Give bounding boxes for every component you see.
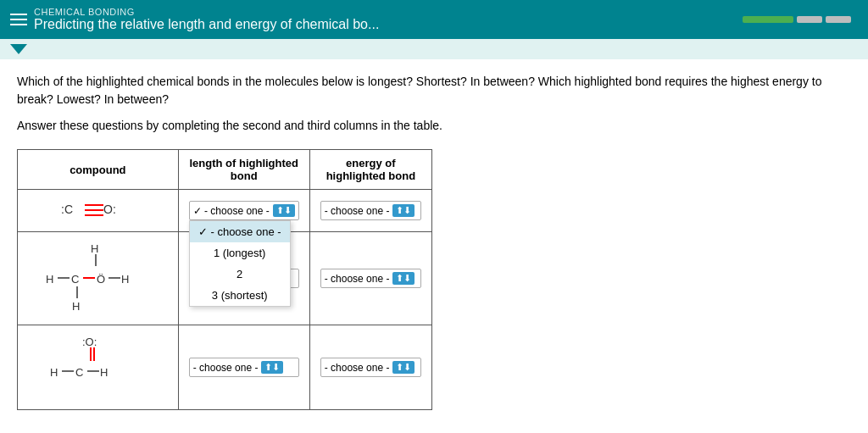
header-title: Predicting the relative length and energ… (34, 17, 858, 32)
progress-segment-3 (826, 16, 851, 23)
svg-text::O:: :O: (82, 336, 97, 348)
length-co2-dropdown-menu: ✓ - choose one - 1 (longest) 2 3 (shorte… (189, 220, 291, 307)
progress-segment-1 (743, 16, 793, 23)
hamburger-menu[interactable] (10, 14, 27, 25)
length-co2-cell: ✓ - choose one - ⬆⬇ ✓ - choose one - 1 (… (178, 190, 309, 232)
collapse-bar[interactable] (0, 39, 868, 59)
length-co2-dropdown-trigger[interactable]: ✓ - choose one - ⬆⬇ (189, 201, 299, 220)
molecule-co2-svg: :C O: (59, 197, 136, 222)
table-row: :O: H C H - choose one - (18, 325, 432, 410)
length-co2-dropdown-container[interactable]: ✓ - choose one - ⬆⬇ ✓ - choose one - 1 (… (189, 201, 299, 220)
dropdown-option-3-shortest[interactable]: 3 (shortest) (190, 285, 290, 306)
progress-segment-2 (797, 16, 822, 23)
svg-text:O:: O: (103, 203, 116, 216)
svg-text:H: H (100, 366, 108, 379)
energy-methanol-arrow-btn[interactable]: ⬆⬇ (392, 272, 415, 285)
svg-text:H: H (121, 273, 129, 286)
energy-formaldehyde-arrow-btn[interactable]: ⬆⬇ (392, 361, 415, 374)
svg-text::C: :C (61, 203, 73, 216)
svg-text:C: C (71, 273, 79, 286)
progress-bar (743, 16, 851, 23)
energy-methanol-value: - choose one - (325, 273, 390, 285)
energy-formaldehyde-dropdown[interactable]: - choose one - ⬆⬇ (320, 358, 421, 377)
svg-text:H: H (50, 366, 58, 379)
length-co2-selected-value: ✓ - choose one - (193, 205, 270, 217)
length-formaldehyde-dropdown[interactable]: - choose one - ⬆⬇ (189, 358, 299, 377)
col-header-energy: energy of highlighted bond (309, 150, 431, 190)
dropdown-option-choose[interactable]: ✓ - choose one - (190, 221, 290, 242)
length-formaldehyde-arrow-btn[interactable]: ⬆⬇ (261, 361, 283, 374)
col-header-length: length of highlighted bond (178, 150, 309, 190)
energy-co2-arrow-btn[interactable]: ⬆⬇ (392, 204, 415, 217)
instruction-text: Answer these questions by completing the… (17, 119, 851, 132)
compound-methanol: H H C Ö H (18, 232, 179, 325)
question-text: Which of the highlighted chemical bonds … (17, 73, 851, 108)
compound-co2: :C O: (18, 190, 179, 232)
main-content: Which of the highlighted chemical bonds … (0, 59, 868, 424)
molecule-formaldehyde-svg: :O: H C H (47, 332, 148, 400)
svg-text:H: H (72, 300, 80, 313)
data-table: compound length of highlighted bond ener… (17, 149, 432, 410)
app-header: Chemical Bonding Predicting the relative… (0, 0, 868, 39)
energy-formaldehyde-value: - choose one - (325, 362, 390, 374)
molecule-methanol-svg: H H C Ö H (42, 239, 153, 315)
energy-co2-dropdown[interactable]: - choose one - ⬆⬇ (320, 201, 421, 220)
svg-text:H: H (91, 242, 98, 255)
compound-formaldehyde: :O: H C H (18, 325, 179, 410)
length-formaldehyde-value: - choose one - (193, 362, 259, 374)
col-header-compound: compound (18, 150, 179, 190)
table-row: :C O: ✓ - choose one - ⬆⬇ (18, 190, 432, 232)
svg-text:C: C (75, 366, 83, 379)
energy-formaldehyde-cell: - choose one - ⬆⬇ (309, 325, 431, 410)
energy-methanol-dropdown[interactable]: - choose one - ⬆⬇ (320, 269, 421, 288)
collapse-arrow-icon[interactable] (10, 44, 27, 54)
length-formaldehyde-cell: - choose one - ⬆⬇ (178, 325, 309, 410)
energy-methanol-cell: - choose one - ⬆⬇ (309, 232, 431, 325)
dropdown-option-1-longest[interactable]: 1 (longest) (190, 242, 290, 264)
svg-text:Ö: Ö (97, 273, 105, 286)
dropdown-option-2[interactable]: 2 (190, 264, 290, 285)
energy-co2-value: - choose one - (325, 205, 390, 217)
header-subtitle: Chemical Bonding (34, 7, 858, 17)
energy-co2-cell: - choose one - ⬆⬇ (309, 190, 431, 232)
svg-text:H: H (46, 273, 53, 286)
length-co2-arrow-btn[interactable]: ⬆⬇ (273, 204, 295, 217)
